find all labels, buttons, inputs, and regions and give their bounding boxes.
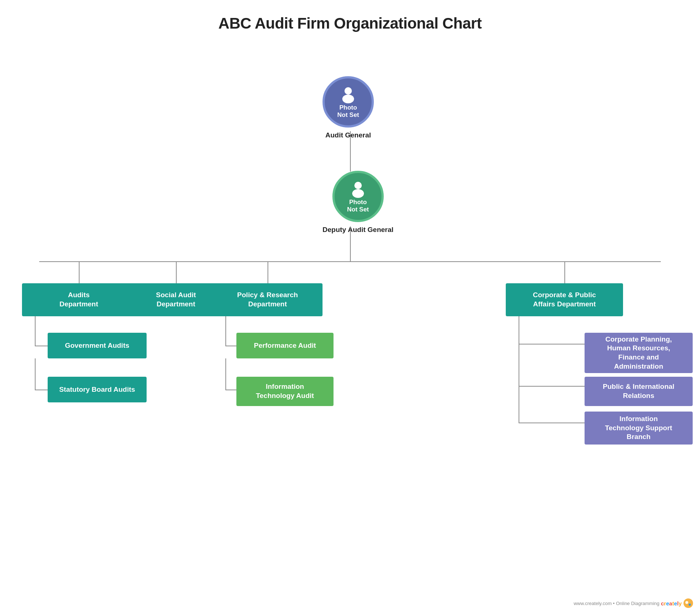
svg-point-2	[354, 182, 362, 189]
audit-general-avatar: PhotoNot Set	[323, 76, 374, 128]
watermark: www.creately.com • Online Diagramming cr…	[574, 598, 693, 608]
svg-point-3	[352, 189, 364, 198]
svg-point-5	[685, 601, 688, 604]
public-intl-relations: Public & InternationalRelations	[585, 377, 693, 406]
svg-point-4	[684, 598, 693, 608]
page-title: ABC Audit Firm Organizational Chart	[0, 0, 700, 43]
corporate-planning: Corporate Planning,Human Resources,Finan…	[585, 333, 693, 373]
svg-point-6	[689, 604, 691, 606]
government-audits: Government Audits	[48, 333, 147, 358]
audits-dept: AuditsDepartment	[22, 283, 136, 316]
person-icon-2	[349, 180, 367, 198]
audit-general-node: PhotoNot Set Audit General	[323, 76, 374, 139]
creately-logo-icon	[683, 598, 693, 608]
statutory-board-audits: Statutory Board Audits	[48, 377, 147, 402]
performance-audit: Performance Audit	[236, 333, 334, 358]
deputy-audit-general-node: PhotoNot Set Deputy Audit General	[323, 171, 394, 234]
it-audit: InformationTechnology Audit	[236, 377, 334, 406]
deputy-avatar: PhotoNot Set	[332, 171, 384, 222]
audit-general-label: Audit General	[325, 131, 371, 139]
policy-research-dept: Policy & ResearchDepartment	[213, 283, 323, 316]
corporate-public-affairs-dept: Corporate & PublicAffairs Department	[506, 283, 623, 316]
svg-point-0	[345, 87, 352, 95]
svg-point-1	[342, 95, 354, 103]
deputy-label: Deputy Audit General	[323, 226, 394, 234]
person-icon	[339, 85, 357, 103]
it-support-branch: InformationTechnology SupportBranch	[585, 412, 693, 445]
